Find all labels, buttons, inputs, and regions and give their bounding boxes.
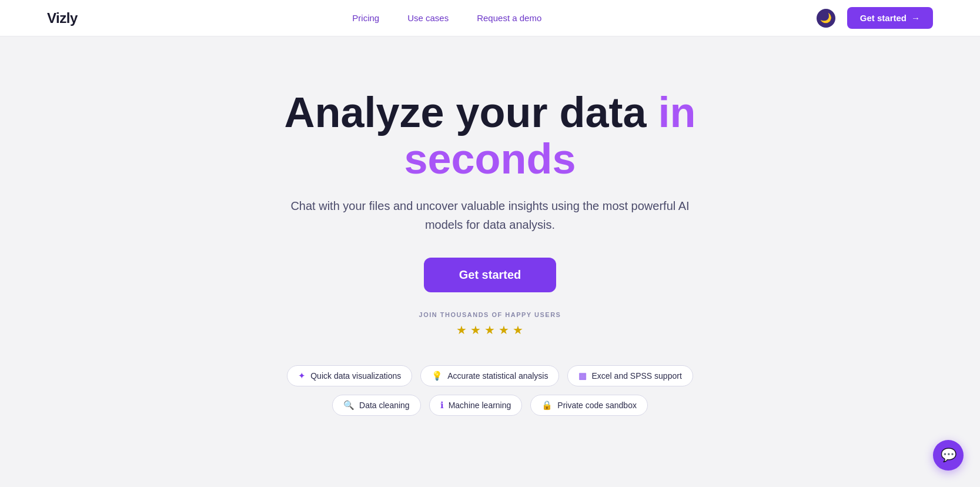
pill-sandbox-label: Private code sandbox [557,401,637,410]
pill-cleaning: 🔍 Data cleaning [332,395,421,416]
excel-icon: ▦ [578,371,587,381]
pill-stats: 💡 Accurate statistical analysis [420,365,559,386]
social-proof: JOIN THOUSANDS OF HAPPY USERS ★ ★ ★ ★ ★ [419,311,561,337]
ml-icon: ℹ [440,400,444,411]
star-3: ★ [484,323,495,337]
social-proof-label: JOIN THOUSANDS OF HAPPY USERS [419,311,561,318]
pills-row-2: 🔍 Data cleaning ℹ Machine learning 🔒 Pri… [332,395,648,416]
nav-link-use-cases[interactable]: Use cases [407,13,449,23]
nav-get-started-button[interactable]: Get started [847,7,933,29]
stats-icon: 💡 [432,371,443,381]
nav-right: 🌙 Get started [817,7,933,29]
star-2: ★ [470,323,481,337]
chat-icon: 💬 [941,448,956,463]
pill-quick-viz-label: Quick data visualizations [310,371,401,381]
sandbox-icon: 🔒 [541,400,553,411]
chat-support-button[interactable]: 💬 [933,440,964,471]
star-5: ★ [513,323,523,337]
cleaning-icon: 🔍 [343,400,354,411]
feature-pills: ✦ Quick data visualizations 💡 Accurate s… [287,365,693,416]
pill-sandbox: 🔒 Private code sandbox [530,395,648,416]
pills-row-1: ✦ Quick data visualizations 💡 Accurate s… [287,365,693,386]
dark-mode-toggle[interactable]: 🌙 [817,9,835,28]
nav-links: Pricing Use cases Request a demo [352,13,541,23]
pill-ml: ℹ Machine learning [429,395,523,416]
navbar: Vizly Pricing Use cases Request a demo 🌙… [0,0,980,36]
hero-get-started-button[interactable]: Get started [424,258,557,292]
pill-ml-label: Machine learning [449,401,511,410]
star-rating: ★ ★ ★ ★ ★ [456,323,523,337]
pill-excel-label: Excel and SPSS support [591,371,681,381]
hero-title: Analyze your data in seconds [226,89,755,182]
pill-cleaning-label: Data cleaning [359,401,410,410]
pill-excel: ▦ Excel and SPSS support [567,365,693,386]
star-1: ★ [456,323,467,337]
nav-link-request-demo[interactable]: Request a demo [477,13,541,23]
nav-link-pricing[interactable]: Pricing [352,13,379,23]
brand-logo: Vizly [47,10,78,26]
star-4: ★ [499,323,509,337]
pill-stats-label: Accurate statistical analysis [447,371,548,381]
hero-subtitle: Chat with your files and uncover valuabl… [285,196,696,234]
pill-quick-viz: ✦ Quick data visualizations [287,365,412,386]
hero-title-black: Analyze your data [284,89,646,136]
quick-viz-icon: ✦ [298,371,306,381]
hero-section: Analyze your data in seconds Chat with y… [0,36,980,487]
